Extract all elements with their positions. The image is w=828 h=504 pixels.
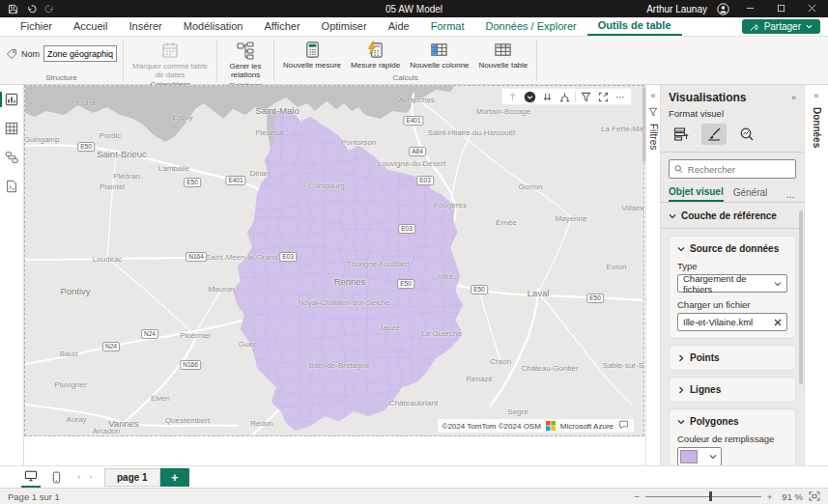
filter-icon[interactable] <box>579 90 593 103</box>
azure-label: Microsoft Azure <box>560 422 614 431</box>
zoom-slider[interactable] <box>645 491 761 501</box>
reference-layer-section-header[interactable]: Couche de référence <box>669 203 796 228</box>
tag-icon <box>6 48 17 60</box>
minimize-button[interactable] <box>739 4 760 14</box>
expand-all-icon[interactable] <box>557 90 572 103</box>
mobile-layout-icon[interactable] <box>46 466 66 488</box>
ribbon-group-calculs: Nouvelle mesure Mesure rapide Nouvelle c… <box>274 37 536 84</box>
format-visual-icon[interactable] <box>701 124 727 145</box>
avatar[interactable] <box>717 3 729 15</box>
previous-page-icon[interactable]: ‹ <box>73 472 85 482</box>
tab-fichier[interactable]: Fichier <box>10 18 63 35</box>
tab-donnees-explorer[interactable]: Données / Explorer <box>475 18 587 35</box>
format-search-box[interactable] <box>669 159 796 179</box>
new-column-button[interactable]: Nouvelle colonne <box>407 40 471 70</box>
data-pane-collapsed: « Données <box>804 85 828 465</box>
visualizations-pane: Visualisations » Format visuel <box>661 85 804 465</box>
format-visual-label: Format visuel <box>669 108 796 119</box>
powerbi-app-window: 05 AW Model Arthur Launay Fichier Accuei… <box>0 0 828 504</box>
zoom-out-icon[interactable]: − <box>634 491 640 502</box>
format-search-input[interactable] <box>688 164 790 175</box>
filters-funnel-icon[interactable] <box>648 107 658 117</box>
more-options-icon[interactable]: ⋯ <box>614 90 628 103</box>
table-name-input[interactable] <box>43 45 117 62</box>
model-view-icon[interactable] <box>0 149 24 166</box>
filters-pane-collapsed: « Filtres <box>645 85 661 465</box>
polygons-header[interactable]: Polygones <box>677 416 787 427</box>
drill-up-icon[interactable] <box>505 90 520 103</box>
tab-objet-visuel[interactable]: Objet visuel <box>669 186 724 202</box>
go-to-next-level-icon[interactable] <box>540 90 555 103</box>
card-points[interactable]: Points <box>669 345 796 371</box>
page-tab[interactable]: page 1 <box>104 468 160 487</box>
format-tabs-more-icon[interactable]: … <box>785 189 796 200</box>
tab-aide[interactable]: Aide <box>378 18 420 35</box>
data-source-header[interactable]: Source de données <box>677 243 787 254</box>
filters-strip-label[interactable]: Filtres <box>648 124 659 150</box>
chevron-down-icon <box>806 23 813 30</box>
report-view-icon[interactable] <box>0 91 24 108</box>
data-view-icon[interactable] <box>0 120 24 137</box>
build-visual-icon[interactable] <box>669 124 694 145</box>
canvas-scrollbar[interactable] <box>642 87 645 162</box>
file-name-field[interactable]: Ille-et-Vilaine.kml <box>677 313 787 331</box>
pane-scrollbar[interactable] <box>799 210 803 384</box>
collapse-pane-icon[interactable]: » <box>791 93 796 102</box>
quick-measure-icon <box>366 41 385 59</box>
card-lines[interactable]: Lignes <box>669 377 796 403</box>
redo-icon[interactable] <box>44 4 55 14</box>
drill-down-toggle-icon[interactable] <box>523 90 537 103</box>
calculator-icon <box>303 41 322 59</box>
table-icon <box>494 41 512 59</box>
pane-title: Visualisations <box>669 91 746 104</box>
feedback-icon[interactable] <box>618 420 629 432</box>
page-info: Page 1 sur 1 <box>8 491 60 502</box>
expand-filters-icon[interactable]: « <box>650 91 655 100</box>
zoom-control: − + 91 % <box>634 491 820 502</box>
new-measure-button[interactable]: Nouvelle mesure <box>280 40 344 70</box>
chevron-down-icon <box>677 245 685 253</box>
tab-outils-de-table[interactable]: Outils de table <box>587 17 682 36</box>
tab-inserer[interactable]: Insérer <box>118 18 172 35</box>
analytics-icon[interactable] <box>734 124 759 145</box>
focus-mode-icon[interactable] <box>596 90 611 103</box>
data-strip-label[interactable]: Données <box>812 107 822 148</box>
tab-general[interactable]: Général <box>733 187 768 201</box>
quick-measure-button[interactable]: Mesure rapide <box>348 40 403 70</box>
next-page-icon[interactable]: › <box>85 472 97 482</box>
share-button[interactable]: Partager <box>742 19 820 34</box>
chevron-down-icon <box>774 280 782 288</box>
fit-to-page-icon[interactable] <box>809 491 820 501</box>
desktop-layout-icon[interactable] <box>21 466 41 488</box>
tab-optimiser[interactable]: Optimiser <box>311 18 378 35</box>
dax-query-view-icon[interactable] <box>0 178 24 195</box>
maximize-button[interactable] <box>770 4 791 14</box>
expand-data-icon[interactable]: « <box>814 91 818 100</box>
tab-accueil[interactable]: Accueil <box>63 18 118 35</box>
add-page-button[interactable]: + <box>160 468 189 487</box>
manage-relationships-button[interactable]: Gérer les relations <box>223 40 268 80</box>
visual-header-toolbar: ⋯ <box>501 88 632 105</box>
undo-icon[interactable] <box>26 4 37 14</box>
fill-color-picker[interactable] <box>677 447 722 465</box>
user-name: Arthur Launay <box>646 4 707 14</box>
save-icon[interactable] <box>8 4 18 14</box>
tab-afficher[interactable]: Afficher <box>254 18 311 35</box>
new-table-button[interactable]: Nouvelle table <box>476 40 531 70</box>
chevron-right-icon <box>677 354 685 362</box>
group-label-calculs: Calculs <box>280 72 530 84</box>
type-dropdown[interactable]: Chargement de fichiers <box>677 274 787 293</box>
status-bar: Page 1 sur 1 − + 91 % <box>0 488 828 504</box>
mark-as-date-table-button[interactable]: Marquer comme table de dates <box>129 40 211 79</box>
zoom-in-icon[interactable]: + <box>767 491 773 502</box>
chevron-down-icon <box>709 453 717 461</box>
zoom-level: 91 % <box>782 491 803 502</box>
title-bar: 05 AW Model Arthur Launay <box>0 0 828 17</box>
tab-format[interactable]: Format <box>420 18 475 35</box>
close-button[interactable] <box>801 4 822 14</box>
chevron-down-icon <box>669 212 676 220</box>
fill-color-swatch <box>680 450 698 463</box>
tab-modelisation[interactable]: Modélisation <box>173 18 254 35</box>
clear-file-icon[interactable] <box>774 319 782 326</box>
azure-map-visual[interactable]: PlouhaGuingampPordicSaint-BrieucErquyPlé… <box>24 85 644 436</box>
